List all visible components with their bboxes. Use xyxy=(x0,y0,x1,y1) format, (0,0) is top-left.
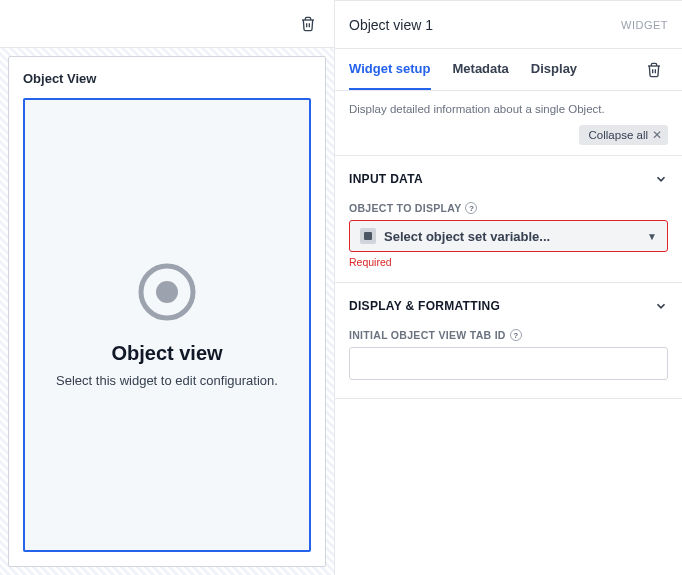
help-icon[interactable]: ? xyxy=(465,202,477,214)
initial-tab-id-input[interactable] xyxy=(349,347,668,380)
preview-subtitle: Select this widget to edit configuration… xyxy=(56,373,278,388)
widget-description-row: Display detailed information about a sin… xyxy=(335,91,682,156)
select-placeholder: Select object set variable... xyxy=(384,229,550,244)
collapse-all-button[interactable]: Collapse all ✕ xyxy=(579,125,668,145)
preview-title: Object view xyxy=(111,342,222,365)
delete-widget-button-right[interactable] xyxy=(640,56,668,84)
left-toolbar xyxy=(0,0,334,48)
section-input-data-header[interactable]: INPUT DATA xyxy=(335,156,682,202)
widget-card: Object View Object view Select this widg… xyxy=(8,56,326,567)
properties-header: Object view 1 WIDGET xyxy=(335,1,682,49)
widget-card-title: Object View xyxy=(23,71,311,86)
help-icon[interactable]: ? xyxy=(510,329,522,341)
widget-name: Object view 1 xyxy=(349,17,433,33)
trash-icon xyxy=(646,62,662,78)
section-title: INPUT DATA xyxy=(349,172,423,186)
tab-display[interactable]: Display xyxy=(531,49,577,90)
field-label-initial-tab-id: INITIAL OBJECT VIEW TAB ID ? xyxy=(335,329,682,347)
required-message: Required xyxy=(335,256,682,282)
close-icon: ✕ xyxy=(652,128,662,142)
field-label-object-to-display: OBJECT TO DISPLAY ? xyxy=(335,202,682,220)
object-to-display-select[interactable]: Select object set variable... ▼ xyxy=(349,220,668,252)
section-display-formatting-header[interactable]: DISPLAY & FORMATTING xyxy=(335,283,682,329)
tab-widget-setup[interactable]: Widget setup xyxy=(349,49,431,90)
widget-preview[interactable]: Object view Select this widget to edit c… xyxy=(23,98,311,552)
chevron-down-icon xyxy=(654,299,668,313)
target-icon xyxy=(137,262,197,322)
caret-down-icon: ▼ xyxy=(647,231,657,242)
tab-metadata[interactable]: Metadata xyxy=(453,49,509,90)
widget-description: Display detailed information about a sin… xyxy=(349,103,605,115)
section-title: DISPLAY & FORMATTING xyxy=(349,299,500,313)
delete-widget-button-left[interactable] xyxy=(294,10,322,38)
chevron-down-icon xyxy=(654,172,668,186)
tabs: Widget setup Metadata Display xyxy=(335,49,682,91)
object-icon xyxy=(360,228,376,244)
svg-point-1 xyxy=(156,281,178,303)
trash-icon xyxy=(300,16,316,32)
widget-type-badge: WIDGET xyxy=(621,19,668,31)
